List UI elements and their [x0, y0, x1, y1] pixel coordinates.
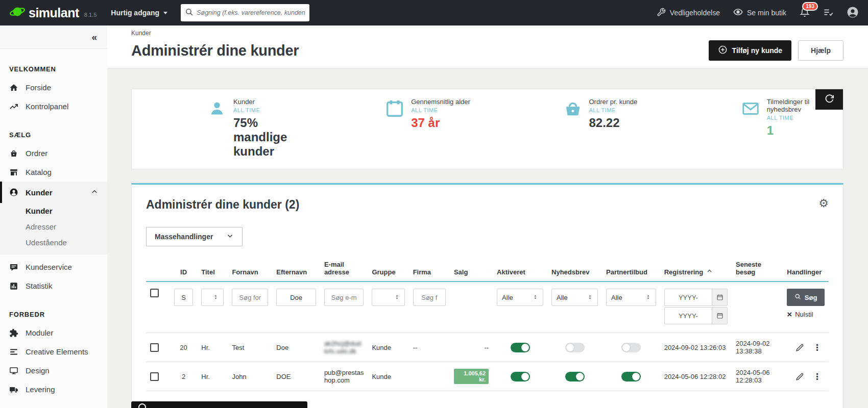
- add-customer-button[interactable]: Tilføj ny kunde: [709, 40, 792, 61]
- column-header-seneste-besoeg[interactable]: Seneste besøg: [732, 259, 783, 282]
- column-header-efternavn[interactable]: Efternavn: [272, 259, 320, 282]
- sidebar-item-katalog[interactable]: Katalog: [0, 163, 107, 182]
- view-shop-link[interactable]: Se min butik: [733, 7, 786, 18]
- refresh-icon: [825, 94, 834, 105]
- eye-icon: [733, 7, 743, 18]
- filter-id-input[interactable]: [174, 289, 193, 306]
- cell-seneste-besoeg: 2024-05-06 12:28:03: [736, 369, 770, 384]
- help-button[interactable]: Hjælp: [798, 40, 843, 61]
- date-from-input[interactable]: YYYY-: [665, 289, 712, 305]
- activity-log-button[interactable]: [823, 7, 833, 19]
- sidebar-subitem-udestaaende[interactable]: Udestående: [0, 235, 107, 250]
- help-toast[interactable]: [131, 401, 307, 408]
- sidebar-item-kunder[interactable]: Kunder: [0, 182, 107, 203]
- filter-email-input[interactable]: [324, 289, 364, 306]
- search-input[interactable]: [197, 9, 305, 16]
- filter-gruppe-select[interactable]: [372, 289, 404, 306]
- column-header-aktiveret[interactable]: Aktiveret: [493, 259, 547, 282]
- grid-settings-button[interactable]: ⚙: [818, 198, 829, 209]
- question-circle-icon: [138, 403, 146, 408]
- cell-registrering: 2024-05-06 12:28:02: [664, 373, 726, 380]
- page-header: Kunder Administrér dine kunder Tilføj ny…: [107, 26, 868, 68]
- sidebar-item-label: Design: [26, 366, 50, 375]
- app-logo[interactable]: simulant: [9, 4, 79, 22]
- grid-search-button[interactable]: Søg: [787, 289, 825, 306]
- maintenance-link[interactable]: Vedligeholdelse: [657, 8, 720, 18]
- row-menu-button[interactable]: ⋮: [813, 343, 822, 352]
- sidebar-item-statistik[interactable]: Statistik: [0, 276, 107, 295]
- collapse-sidebar-button[interactable]: «: [91, 32, 97, 43]
- column-header-gruppe[interactable]: Gruppe: [368, 259, 408, 282]
- filter-partnertilbud-select[interactable]: Alle: [606, 289, 656, 306]
- sidebar-item-kundeservice[interactable]: Kundeservice: [0, 258, 107, 276]
- toggle-partnertilbud[interactable]: [621, 372, 641, 381]
- toggle-nyhedsbrev[interactable]: [565, 343, 585, 352]
- basket-icon: [9, 149, 18, 158]
- date-to-input[interactable]: YYYY-: [665, 308, 712, 324]
- bulk-actions-button[interactable]: Massehandlinger: [146, 227, 243, 246]
- cell-seneste-besoeg: 2024-09-02 13:38:38: [736, 340, 770, 355]
- quick-access-menu[interactable]: Hurtig adgang: [111, 9, 167, 17]
- search-button-label: Søg: [805, 294, 817, 301]
- calendar-button[interactable]: [712, 308, 727, 324]
- toggle-aktiveret[interactable]: [511, 372, 530, 381]
- sidebar-item-creative-elements[interactable]: Creative Elements: [0, 342, 107, 361]
- sort-asc-icon: [706, 268, 713, 276]
- calendar-icon: [385, 99, 404, 120]
- sidebar-subitem-adresser[interactable]: Adresser: [0, 219, 107, 235]
- column-header-id[interactable]: ID: [170, 259, 197, 282]
- sidebar-item-kontrolpanel[interactable]: Kontrolpanel: [0, 97, 107, 116]
- calendar-button[interactable]: [712, 289, 727, 305]
- toggle-aktiveret[interactable]: [511, 343, 530, 352]
- column-header-titel[interactable]: Titel: [197, 259, 228, 282]
- select-all-checkbox[interactable]: [150, 289, 159, 297]
- kpi-label: Gennemsnitlig alder: [411, 98, 470, 106]
- account-menu-button[interactable]: [847, 6, 859, 20]
- topbar-right: Vedligeholdelse Se min butik 193: [657, 6, 859, 20]
- sidebar-item-design[interactable]: Design: [0, 361, 107, 380]
- filter-firma-input[interactable]: [413, 289, 446, 306]
- column-header-nyhedsbrev[interactable]: Nyhedsbrev: [547, 259, 602, 282]
- bar-chart-icon: [9, 282, 18, 291]
- breadcrumb[interactable]: Kunder: [131, 30, 843, 37]
- chevron-down-icon: [163, 12, 167, 14]
- person-icon: [207, 99, 227, 120]
- edit-row-button[interactable]: [795, 343, 804, 352]
- column-header-email[interactable]: E-mail adresse: [320, 259, 368, 282]
- sidebar-item-ordrer[interactable]: Ordrer: [0, 144, 107, 163]
- help-label: Hjælp: [811, 46, 831, 55]
- sidebar-subitem-kunder[interactable]: Kunder: [0, 203, 107, 219]
- column-header-registrering[interactable]: Registrering: [660, 259, 732, 282]
- sidebar-item-label: Moduler: [26, 328, 53, 337]
- envelope-icon: [741, 99, 760, 120]
- toggle-nyhedsbrev[interactable]: [565, 372, 585, 381]
- cell-salg-badge: 1.005,62 kr.: [454, 369, 489, 384]
- cell-email: pub@prestashop.com: [324, 369, 364, 384]
- row-checkbox[interactable]: [150, 343, 159, 352]
- sidebar-item-levering[interactable]: Levering: [0, 380, 107, 399]
- grid-reset-button[interactable]: × Nulstil: [787, 311, 825, 318]
- filter-fornavn-input[interactable]: [232, 289, 268, 306]
- kpi-label: Kunder: [233, 98, 309, 106]
- edit-row-button[interactable]: [795, 372, 804, 381]
- row-menu-button[interactable]: ⋮: [813, 372, 822, 381]
- column-header-salg[interactable]: Salg: [450, 259, 493, 282]
- basket-icon: [563, 99, 583, 120]
- toggle-partnertilbud[interactable]: [621, 343, 641, 352]
- column-header-partnertilbud[interactable]: Partnertilbud: [602, 259, 660, 282]
- kpi-value: 37 år: [411, 116, 470, 130]
- planet-logo-icon: [9, 4, 26, 22]
- filter-efternavn-input[interactable]: [276, 289, 316, 306]
- chevron-down-icon: [226, 232, 234, 241]
- filter-aktiveret-select[interactable]: Alle: [497, 289, 543, 306]
- sidebar-item-forside[interactable]: Forside: [0, 78, 107, 97]
- filter-titel-select[interactable]: [201, 289, 224, 306]
- column-header-firma[interactable]: Firma: [409, 259, 450, 282]
- sidebar-item-moduler[interactable]: Moduler: [0, 323, 107, 342]
- refresh-kpis-button[interactable]: [815, 89, 843, 110]
- row-checkbox[interactable]: [150, 372, 159, 381]
- filter-nyhedsbrev-select[interactable]: Alle: [551, 289, 598, 306]
- notifications-button[interactable]: 193: [800, 7, 810, 19]
- cell-salg: --: [484, 344, 489, 351]
- column-header-fornavn[interactable]: Fornavn: [228, 259, 272, 282]
